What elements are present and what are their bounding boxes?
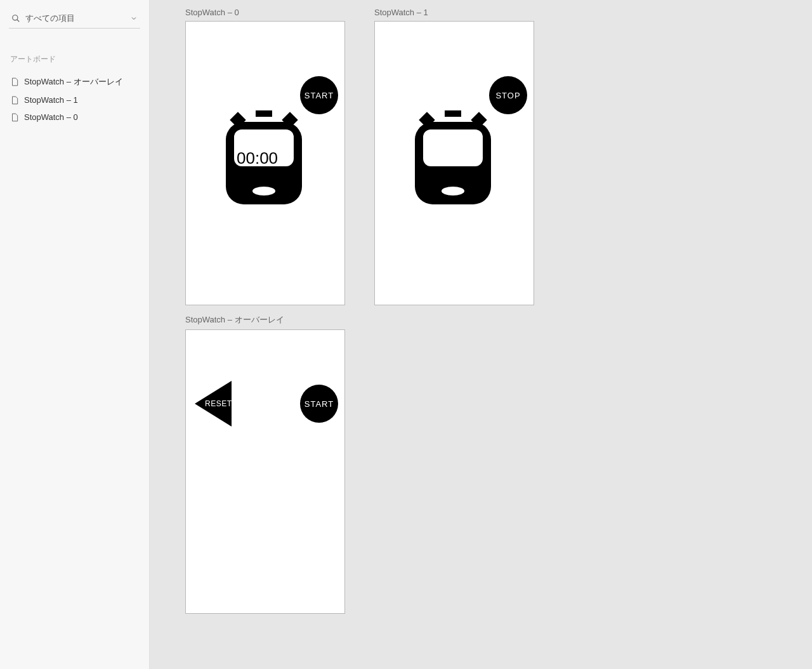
document-icon [10,77,19,86]
sidebar: すべての項目 アートボード StopWatch – オーバーレイ StopWat… [0,0,150,669]
artboard-frame-1[interactable]: STOP [374,21,534,305]
artboard-title[interactable]: StopWatch – 1 [374,8,534,17]
artboard-block-1: StopWatch – 1 STOP [374,8,534,305]
reset-button[interactable]: RESET [195,381,232,427]
svg-rect-12 [423,129,483,166]
artboard-list: StopWatch – オーバーレイ StopWatch – 1 StopWat… [9,72,140,126]
artboard-block-overlay: StopWatch – オーバーレイ RESET START [185,314,345,614]
list-item-label: StopWatch – オーバーレイ [24,76,123,88]
stopwatch-icon [405,110,501,212]
button-label: RESET [205,399,232,408]
search-icon [11,14,20,23]
time-display: 00:00 [237,149,278,168]
svg-rect-8 [445,110,461,117]
svg-rect-2 [256,110,272,117]
start-button[interactable]: START [300,385,338,423]
list-item-label: StopWatch – 0 [24,112,78,122]
search-dropdown[interactable]: すべての項目 [9,9,140,29]
artboard-title[interactable]: StopWatch – オーバーレイ [185,314,345,326]
stop-button[interactable]: STOP [489,76,527,114]
search-placeholder: すべての項目 [25,13,125,24]
sidebar-item-sw0[interactable]: StopWatch – 0 [9,109,140,126]
button-label: STOP [495,91,520,100]
document-icon [10,96,19,105]
artboard-block-0: StopWatch – 0 00:00 START [185,8,345,305]
button-label: START [304,91,334,100]
artboard-title[interactable]: StopWatch – 0 [185,8,345,17]
sidebar-item-sw1[interactable]: StopWatch – 1 [9,91,140,109]
button-label: START [304,399,334,409]
artboard-section-title: アートボード [9,54,140,65]
list-item-label: StopWatch – 1 [24,95,78,105]
artboard-frame-overlay[interactable]: RESET START [185,329,345,614]
canvas[interactable]: StopWatch – 0 00:00 START StopWatch – 1 [150,0,812,669]
artboard-frame-0[interactable]: 00:00 START [185,21,345,305]
start-button[interactable]: START [300,76,338,114]
svg-point-7 [252,187,275,195]
svg-point-13 [442,187,464,195]
sidebar-item-overlay[interactable]: StopWatch – オーバーレイ [9,72,140,91]
svg-line-1 [17,20,20,22]
document-icon [10,113,19,122]
svg-point-0 [13,15,18,20]
chevron-down-icon [130,15,138,22]
